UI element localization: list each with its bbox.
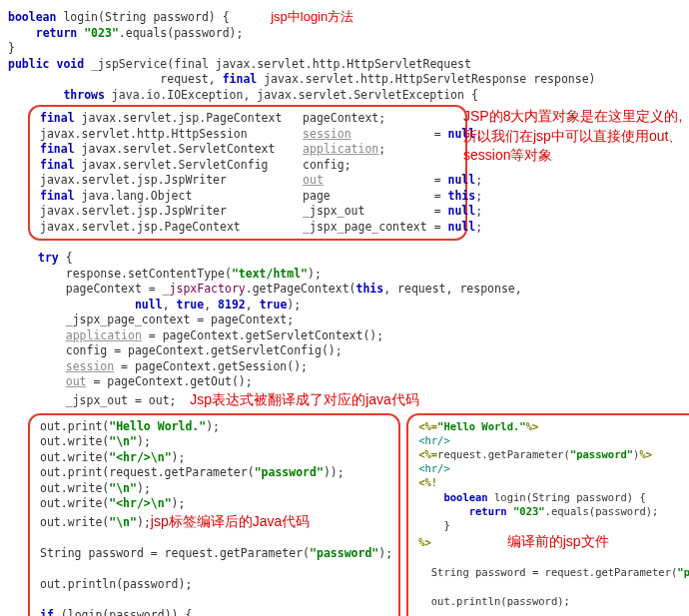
objects-code: final javax.servlet.jsp.PageContext page… — [40, 111, 459, 235]
bottom-row: out.print("Hello World."); out.write("\n… — [28, 411, 681, 616]
compiled-java-box: out.print("Hello World."); out.write("\n… — [28, 413, 400, 616]
code-try-block: try { response.setContentType("text/html… — [38, 251, 681, 409]
compiled-java-code: out.print("Hello World."); out.write("\n… — [40, 419, 392, 616]
jsp-source-box: <%="Hello World."%> <hr/> <%=request.get… — [406, 413, 689, 616]
login-method-block: boolean login(String password) { jsp中log… — [8, 8, 681, 57]
annotation-objects: JSP的8大内置对象是在这里定义的,所以我们在jsp中可以直接使用out、ses… — [463, 107, 683, 166]
annotation-login: jsp中login方法 — [271, 9, 353, 24]
annotation-jspsrc: 编译前的jsp文件 — [507, 533, 609, 549]
objects-wrapper: final javax.servlet.jsp.PageContext page… — [8, 105, 681, 241]
jsp-source-code: <%="Hello World."%> <hr/> <%=request.get… — [418, 419, 689, 616]
annotation-compiled: jsp标签编译后的Java代码 — [151, 513, 310, 529]
code-login: boolean login(String password) { jsp中log… — [8, 8, 681, 57]
annotation-expr: Jsp表达式被翻译成了对应的java代码 — [190, 391, 418, 407]
objects-box: final javax.servlet.jsp.PageContext page… — [28, 105, 467, 241]
code-service-signature: public void _jspService(final javax.serv… — [8, 57, 681, 104]
